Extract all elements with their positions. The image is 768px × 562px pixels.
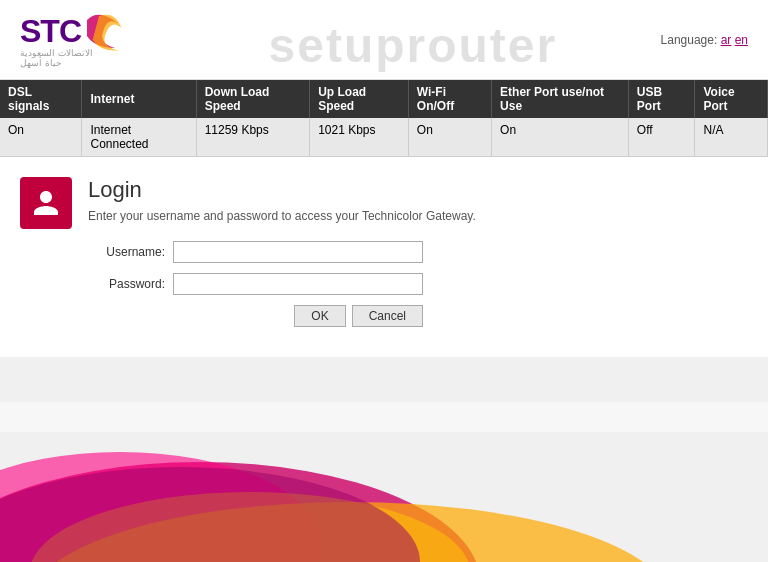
table-header-row: DSL signals Internet Down Load Speed Up … [0,80,768,118]
user-avatar [20,177,72,229]
cell-ether: On [492,118,629,157]
login-description: Enter your username and password to acce… [88,209,748,223]
watermark-text: setuprouter [269,18,558,73]
language-selector: Language: ar en [661,33,748,47]
header: STC الاتصالات السعودية حياة أسهل setupro… [0,0,768,80]
cell-internet: Internet Connected [82,118,196,157]
button-row: OK Cancel [173,305,423,327]
main-content: Login Enter your username and password t… [0,157,768,357]
stc-swoosh-icon [83,12,123,52]
lang-en-link[interactable]: en [735,33,748,47]
col-ether: Ether Port use/not Use [492,80,629,118]
login-title: Login [88,177,748,203]
lang-ar-link[interactable]: ar [721,33,732,47]
status-table-wrapper: DSL signals Internet Down Load Speed Up … [0,80,768,157]
cell-wifi: On [408,118,491,157]
col-download: Down Load Speed [196,80,309,118]
table-row: On Internet Connected 11259 Kbps 1021 Kb… [0,118,768,157]
password-row: Password: [88,273,748,295]
col-wifi: Wi-Fi On/Off [408,80,491,118]
svg-rect-5 [0,402,768,432]
language-label: Language: [661,33,718,47]
col-usb: USB Port [628,80,695,118]
cell-upload: 1021 Kbps [310,118,409,157]
status-table: DSL signals Internet Down Load Speed Up … [0,80,768,157]
login-card: Login Enter your username and password t… [20,177,748,327]
username-input[interactable] [173,241,423,263]
cell-download: 11259 Kbps [196,118,309,157]
bottom-decoration [0,402,768,562]
stc-brand: STC [20,12,123,52]
stc-letters: STC [20,13,81,50]
ok-button[interactable]: OK [294,305,345,327]
svg-point-4 [0,467,420,562]
cancel-button[interactable]: Cancel [352,305,423,327]
cell-usb: Off [628,118,695,157]
password-input[interactable] [173,273,423,295]
stc-tagline: الاتصالات السعودية حياة أسهل [20,48,93,68]
cell-voice: N/A [695,118,768,157]
col-internet: Internet [82,80,196,118]
col-upload: Up Load Speed [310,80,409,118]
col-voice: Voice Port [695,80,768,118]
username-label: Username: [88,245,173,259]
user-icon [31,188,61,218]
col-dsl: DSL signals [0,80,82,118]
cell-dsl: On [0,118,82,157]
logo-area: STC الاتصالات السعودية حياة أسهل [20,12,123,68]
username-row: Username: [88,241,748,263]
password-label: Password: [88,277,173,291]
login-form-area: Login Enter your username and password t… [88,177,748,327]
